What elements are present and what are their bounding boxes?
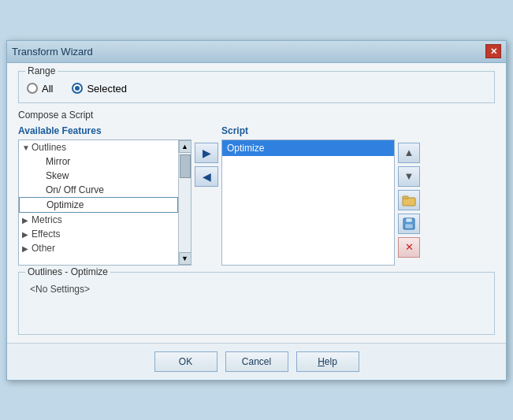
middle-buttons: ▶ ◀ (195, 125, 218, 187)
tree-item-optimize[interactable]: Optimize (19, 197, 178, 213)
titlebar: Transform Wizard ✕ (7, 41, 506, 63)
close-button[interactable]: ✕ (485, 44, 501, 58)
right-buttons: ▲ ▼ ✕ (398, 125, 420, 258)
compose-section: Compose a Script Available Features ▼Out… (18, 110, 495, 266)
selected-label: Selected (87, 83, 127, 95)
move-down-button[interactable]: ▼ (398, 166, 420, 187)
script-list[interactable]: Optimize (221, 139, 395, 266)
tree-item-on-off-curve[interactable]: On/ Off Curve (19, 183, 178, 197)
compose-label: Compose a Script (18, 110, 495, 121)
help-underline: Help (318, 356, 337, 367)
range-row: All Selected (27, 80, 486, 98)
all-radio-circle (27, 83, 38, 94)
save-button[interactable] (398, 214, 420, 234)
range-label: Range (25, 65, 58, 76)
script-item-optimize[interactable]: Optimize (222, 140, 394, 156)
cancel-button[interactable]: Cancel (225, 351, 288, 372)
scroll-down-btn[interactable]: ▼ (179, 252, 191, 265)
svg-rect-1 (403, 196, 408, 199)
range-selected-radio[interactable]: Selected (72, 83, 127, 95)
settings-content: <No Settings> (27, 277, 486, 298)
compose-main: Available Features ▼Outlines Mirror Skew… (18, 125, 495, 266)
tree-group-other[interactable]: ▶Other (19, 241, 178, 255)
expander-effects: ▶ (22, 230, 32, 239)
transform-wizard-window: Transform Wizard ✕ Range All Selected Co… (6, 40, 507, 381)
range-all-radio[interactable]: All (27, 83, 53, 95)
settings-box: Outlines - Optimize <No Settings> (18, 272, 495, 335)
available-features-panel: Available Features ▼Outlines Mirror Skew… (18, 125, 191, 266)
expander-outlines: ▼ (22, 143, 32, 152)
selected-radio-circle (72, 83, 83, 94)
expander-other: ▶ (22, 244, 32, 253)
script-panel: Script Optimize (221, 125, 395, 266)
add-to-script-button[interactable]: ▶ (195, 143, 218, 163)
settings-label: Outlines - Optimize (25, 266, 110, 277)
ok-button[interactable]: OK (154, 351, 217, 372)
tree-group-outlines[interactable]: ▼Outlines (19, 140, 178, 154)
delete-button[interactable]: ✕ (398, 237, 420, 258)
available-features-label: Available Features (18, 125, 191, 136)
open-folder-button[interactable] (398, 190, 420, 210)
remove-from-script-button[interactable]: ◀ (195, 166, 218, 187)
svg-rect-3 (406, 218, 412, 222)
tree-group-metrics[interactable]: ▶Metrics (19, 213, 178, 227)
features-tree-container[interactable]: ▼Outlines Mirror Skew On/ Off Curve Opti… (18, 139, 191, 266)
all-label: All (42, 83, 53, 95)
script-label: Script (221, 125, 395, 136)
main-content: Range All Selected Compose a Script Avai… (7, 63, 506, 343)
tree-group-effects[interactable]: ▶Effects (19, 227, 178, 241)
tree-item-skew[interactable]: Skew (19, 169, 178, 183)
range-group: Range All Selected (18, 71, 495, 103)
expander-metrics: ▶ (22, 216, 32, 225)
svg-rect-4 (405, 224, 413, 229)
window-title: Transform Wizard (12, 46, 93, 58)
tree-content: ▼Outlines Mirror Skew On/ Off Curve Opti… (19, 140, 178, 265)
help-button[interactable]: Help (296, 351, 359, 372)
tree-item-mirror[interactable]: Mirror (19, 154, 178, 169)
scroll-up-btn[interactable]: ▲ (179, 140, 191, 153)
footer: OK Cancel Help (7, 343, 506, 380)
move-up-button[interactable]: ▲ (398, 143, 420, 163)
scroll-thumb[interactable] (180, 154, 191, 178)
tree-scrollbar[interactable]: ▲ ▼ (178, 140, 191, 265)
